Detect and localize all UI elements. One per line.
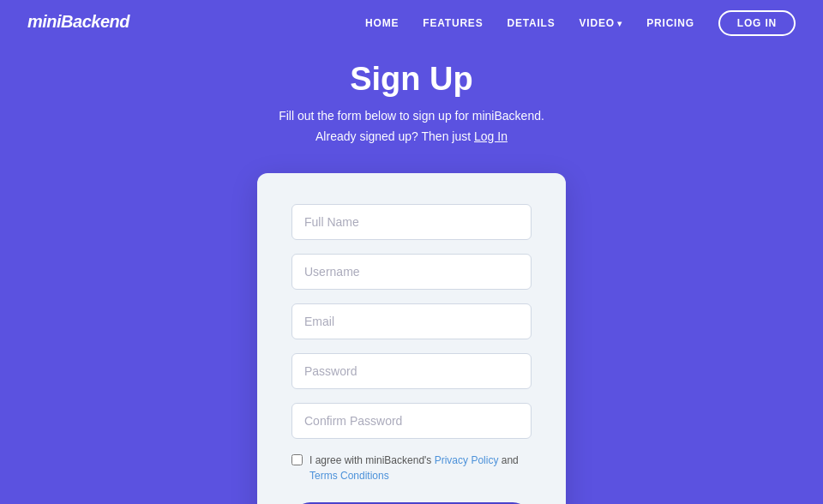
nav-link-pricing[interactable]: PRICING	[646, 17, 694, 29]
nav-link-details[interactable]: DETAILS	[507, 17, 555, 29]
full-name-field	[291, 204, 532, 240]
terms-conditions-link[interactable]: Terms Conditions	[309, 470, 389, 482]
password-field	[291, 353, 532, 389]
nav-item-features[interactable]: FEATURES	[423, 15, 483, 30]
brand-logo: miniBackend	[27, 12, 129, 32]
page-subtitle: Fill out the form below to sign up for m…	[279, 106, 544, 147]
terms-checkbox[interactable]	[291, 454, 303, 465]
confirm-password-field	[291, 403, 532, 439]
nav-item-video[interactable]: VIDEO	[580, 15, 623, 30]
login-link[interactable]: Log In	[474, 129, 508, 143]
confirm-password-input[interactable]	[291, 403, 532, 439]
subtitle-line1: Fill out the form below to sign up for m…	[279, 109, 544, 123]
and-text: and	[498, 454, 518, 466]
password-input[interactable]	[291, 353, 532, 389]
nav-links: HOME FEATURES DETAILS VIDEO PRICING LOG …	[365, 15, 796, 30]
terms-checkbox-row: I agree with miniBackend's Privacy Polic…	[291, 453, 532, 483]
nav-item-home[interactable]: HOME	[365, 15, 399, 30]
email-input[interactable]	[291, 303, 532, 339]
signup-form-card: I agree with miniBackend's Privacy Polic…	[257, 173, 566, 504]
nav-item-pricing[interactable]: PRICING	[646, 15, 694, 30]
agree-text: I agree with miniBackend's	[309, 454, 435, 466]
nav-link-features[interactable]: FEATURES	[423, 17, 483, 29]
username-field	[291, 254, 532, 290]
subtitle-line2: Already signed up? Then just	[315, 129, 474, 143]
main-content: Sign Up Fill out the form below to sign …	[0, 44, 823, 504]
full-name-input[interactable]	[291, 204, 532, 240]
nav-item-details[interactable]: DETAILS	[507, 15, 555, 30]
page-title: Sign Up	[350, 61, 473, 98]
privacy-policy-link[interactable]: Privacy Policy	[435, 454, 499, 466]
username-input[interactable]	[291, 254, 532, 290]
nav-item-login[interactable]: LOG IN	[718, 15, 796, 30]
terms-label: I agree with miniBackend's Privacy Polic…	[309, 453, 532, 483]
navbar: miniBackend HOME FEATURES DETAILS VIDEO …	[0, 0, 823, 44]
nav-link-home[interactable]: HOME	[365, 17, 399, 29]
email-field	[291, 303, 532, 339]
login-button[interactable]: LOG IN	[718, 10, 796, 36]
nav-link-video[interactable]: VIDEO	[580, 17, 623, 29]
